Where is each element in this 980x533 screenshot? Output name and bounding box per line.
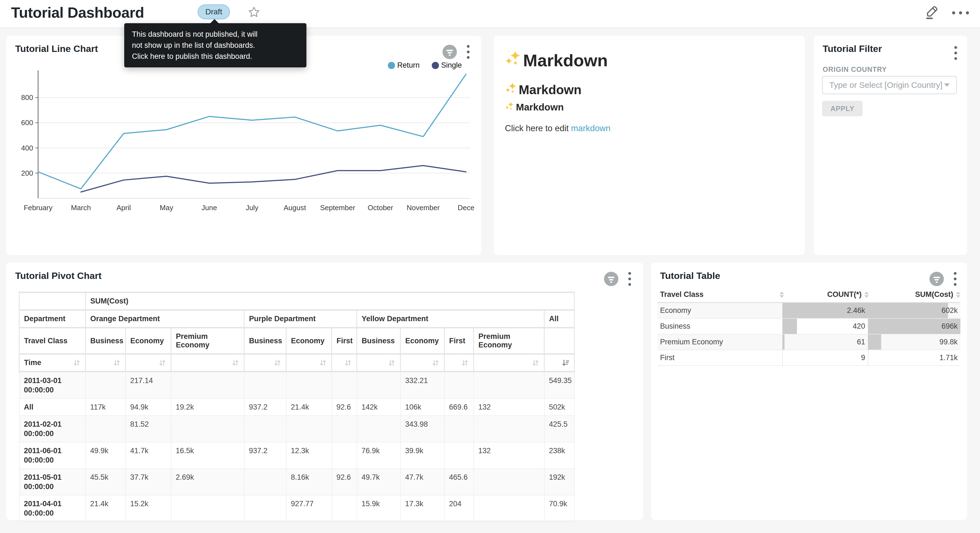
table-row: First91.71k [657, 350, 960, 366]
pivot-value-cell [244, 416, 286, 442]
pivot-value-cell [444, 372, 474, 399]
select-placeholder: Type or Select [Origin Country] [829, 80, 944, 90]
tooltip-line: Click here to publish this dashboard. [132, 51, 299, 62]
pivot-sort-cell [401, 354, 444, 372]
markdown-card[interactable]: Markdown Markdown Markdown Click here to… [494, 36, 805, 255]
markdown-edit-link[interactable]: markdown [571, 123, 611, 133]
pivot-value-cell: 465.6 [444, 469, 474, 495]
sort-icon[interactable] [388, 359, 396, 367]
filter-indicator-icon[interactable] [442, 45, 457, 59]
pivot-value-cell [444, 442, 474, 469]
table-header-row: Travel ClassCOUNT(*)SUM(Cost) [657, 287, 960, 303]
filter-card-title: Tutorial Filter [822, 43, 882, 54]
value-bar [868, 350, 868, 365]
pivot-value-cell [86, 372, 126, 399]
sum-cell: 1.71k [868, 350, 960, 365]
pivot-value-cell [444, 416, 474, 442]
sort-icon[interactable] [73, 359, 81, 367]
pivot-col-group-header: Yellow Department [357, 310, 544, 328]
pivot-chart-card: Tutorial Pivot Chart SUM(Cost)Department… [6, 263, 643, 520]
line-chart-plot[interactable]: 200400600800FebruaryMarchAprilMayJuneJul… [12, 69, 476, 240]
table-col-header[interactable]: Travel Class [657, 290, 784, 299]
value-bar [782, 334, 784, 349]
legend-label: Return [397, 61, 420, 70]
line-chart-card: Tutorial Line Chart Return Single 200400… [6, 36, 481, 255]
pivot-value-cell: 19.2k [171, 399, 244, 416]
x-axis-label: February [24, 204, 52, 212]
pivot-value-cell: 81.52 [126, 416, 171, 442]
sort-icon[interactable] [461, 359, 469, 367]
origin-country-select[interactable]: Type or Select [Origin Country] [822, 76, 957, 94]
pivot-value-cell: 92.6 [332, 399, 357, 416]
pivot-value-cell: 15.9k [357, 495, 401, 522]
pivot-value-cell: 192k [544, 469, 574, 495]
x-axis-label: November [407, 204, 440, 212]
pivot-row-label: 2011-04-01 00:00:00 [19, 495, 86, 522]
table-card-title: Tutorial Table [660, 270, 720, 281]
table-col-header[interactable]: COUNT(*) [784, 290, 869, 299]
pivot-value-cell: 47.7k [401, 469, 444, 495]
sum-cell: 602k [868, 303, 960, 318]
more-actions-icon[interactable] [952, 5, 969, 21]
value-bar [868, 334, 881, 349]
pivot-col-class-header: Business [357, 328, 401, 354]
pivot-sort-cell [244, 354, 286, 372]
pivot-col-class-header: First [332, 328, 357, 354]
pivot-value-cell: 15.2k [126, 495, 171, 522]
pivot-value-cell: 106k [401, 399, 444, 416]
chart-menu-icon[interactable] [951, 270, 959, 288]
markdown-heading-2: Markdown [505, 82, 581, 97]
legend-item-single[interactable]: Single [432, 61, 462, 70]
filter-indicator-icon[interactable] [929, 272, 944, 286]
sort-icon[interactable] [159, 359, 166, 367]
pivot-value-cell [332, 495, 357, 522]
sort-icon[interactable] [113, 359, 121, 367]
pivot-value-cell: 117k [86, 399, 126, 416]
draft-badge[interactable]: Draft [198, 5, 230, 19]
pivot-table-grid: SUM(Cost)DepartmentOrange DepartmentPurp… [19, 292, 575, 522]
pivot-value-cell: 132 [474, 442, 544, 469]
filter-indicator-icon[interactable] [604, 272, 618, 286]
pivot-value-cell [244, 495, 286, 522]
sort-icon[interactable] [344, 359, 352, 367]
pivot-row-dim-travel-class: Travel Class [19, 328, 86, 354]
pivot-value-cell: 132 [474, 399, 544, 416]
filter-menu-icon[interactable] [952, 44, 959, 62]
legend-item-return[interactable]: Return [388, 61, 420, 70]
favorite-star-icon[interactable] [247, 6, 261, 19]
sort-descending-icon[interactable] [562, 359, 570, 367]
value-bar [782, 350, 783, 365]
x-axis-label: Dece [458, 204, 474, 212]
chart-legend: Return Single [388, 61, 462, 70]
travel-class-cell: Economy [657, 303, 782, 318]
chart-menu-icon[interactable] [465, 43, 472, 61]
sort-icon[interactable] [432, 359, 439, 367]
sparkles-icon [505, 50, 522, 70]
pivot-value-cell: 49.7k [357, 469, 401, 495]
pivot-metric-header: SUM(Cost) [86, 292, 574, 310]
pivot-sort-cell [126, 354, 171, 372]
markdown-heading-1: Markdown [505, 50, 608, 70]
pivot-value-cell: 45.5k [86, 469, 126, 495]
x-axis-label: October [368, 204, 393, 212]
pivot-value-cell: 94.9k [126, 399, 171, 416]
pivot-row-label: 2011-02-01 00:00:00 [19, 416, 86, 442]
apply-button[interactable]: APPLY [822, 101, 863, 116]
sort-icon[interactable] [274, 359, 281, 367]
pivot-sort-cell [474, 354, 544, 372]
edit-dashboard-button[interactable] [924, 5, 939, 21]
pivot-value-cell [244, 469, 286, 495]
pivot-value-cell [332, 372, 357, 399]
value-bar [782, 319, 797, 334]
sort-icon[interactable] [319, 359, 327, 367]
sort-icon[interactable] [232, 359, 239, 367]
travel-class-cell: First [657, 350, 782, 365]
pivot-sort-cell [332, 354, 357, 372]
x-axis-label: August [284, 204, 306, 212]
y-axis-tick-label: 200 [21, 169, 33, 177]
chart-menu-icon[interactable] [626, 270, 633, 288]
pivot-value-cell [474, 372, 544, 399]
table-col-header[interactable]: SUM(Cost) [869, 290, 960, 299]
sort-icon[interactable] [532, 359, 539, 367]
series-line-single [81, 166, 466, 192]
